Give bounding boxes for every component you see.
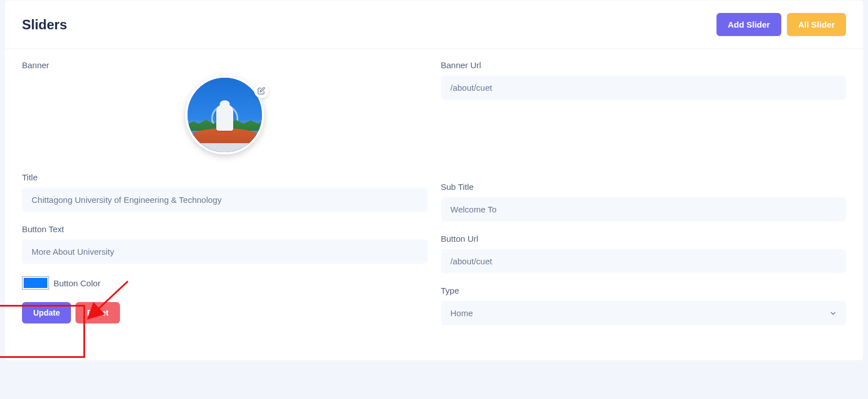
button-url-label: Button Url (441, 234, 847, 243)
edit-icon (257, 87, 265, 95)
subtitle-input[interactable] (441, 197, 847, 221)
type-label: Type (441, 286, 847, 295)
button-color-picker[interactable] (22, 276, 49, 290)
banner-url-input[interactable] (441, 76, 847, 100)
edit-banner-button[interactable] (254, 83, 269, 98)
update-button[interactable]: Update (22, 302, 71, 323)
title-label: Title (22, 172, 428, 182)
subtitle-label: Sub Title (441, 182, 847, 192)
button-text-input[interactable] (22, 240, 428, 264)
sliders-card: Sliders Add Slider All Slider Banner (5, 0, 863, 361)
banner-label: Banner (22, 60, 428, 70)
right-column: Banner Url Sub Title Button Url Type (441, 60, 847, 338)
type-select[interactable]: Home (441, 301, 847, 325)
title-input[interactable] (22, 188, 428, 212)
button-text-label: Button Text (22, 224, 428, 234)
left-column: Banner (22, 60, 428, 338)
all-slider-button[interactable]: All Slider (787, 13, 846, 36)
banner-group: Banner (22, 60, 428, 160)
color-swatch (24, 278, 47, 288)
card-header: Sliders Add Slider All Slider (5, 1, 863, 49)
add-slider-button[interactable]: Add Slider (716, 13, 781, 36)
card-body: Banner (5, 49, 863, 354)
spacer (441, 112, 847, 182)
button-url-input[interactable] (441, 249, 847, 273)
button-color-label: Button Color (54, 278, 100, 288)
banner-image (185, 76, 264, 154)
banner-url-label: Banner Url (441, 60, 847, 70)
button-text-group: Button Text (22, 224, 428, 264)
subtitle-group: Sub Title (441, 182, 847, 221)
button-color-group: Button Color (22, 276, 428, 290)
form-actions: Update Reset (22, 301, 428, 323)
header-actions: Add Slider All Slider (716, 13, 846, 36)
banner-image-wrap (185, 76, 270, 160)
button-url-group: Button Url (441, 234, 847, 273)
reset-button[interactable]: Reset (75, 302, 119, 323)
page-title: Sliders (22, 17, 67, 33)
banner-url-group: Banner Url (441, 60, 847, 100)
title-group: Title (22, 172, 428, 212)
type-group: Type Home (441, 286, 847, 325)
